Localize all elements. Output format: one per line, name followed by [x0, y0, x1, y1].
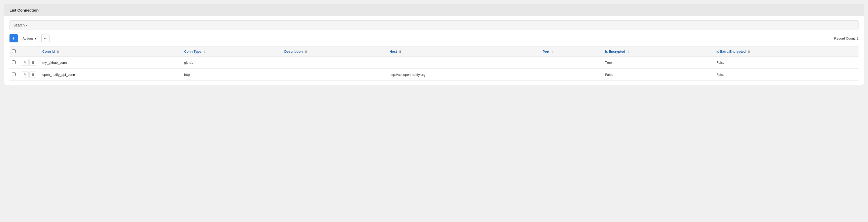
search-chevron-icon: ▾ — [26, 24, 27, 27]
th-checkbox — [9, 47, 19, 57]
page-wrapper: List Connection Search ▾ + Actions ▾ — [0, 4, 868, 222]
add-button[interactable]: + — [9, 34, 18, 43]
sort-is-encrypted-icon[interactable]: ⇅ — [627, 50, 629, 53]
search-dropdown-button[interactable]: Search ▾ — [13, 23, 27, 27]
td-host: http://api.open-notify.org — [386, 68, 540, 81]
th-actions — [19, 47, 39, 57]
row-checkbox-1[interactable] — [12, 73, 16, 76]
back-button[interactable]: ← — [41, 34, 50, 43]
row-actions: ✎ 🗑 — [22, 71, 36, 78]
td-conn-id: open_notify_api_conn — [39, 68, 181, 81]
delete-button[interactable]: 🗑 — [30, 59, 36, 66]
table-header-row: Conn Id ⇅ Conn Type ⇅ Description ⇅ Ho — [9, 47, 859, 57]
sort-conn-id-icon[interactable]: ⇅ — [57, 50, 59, 53]
td-is-encrypted: False — [602, 68, 713, 81]
page-title: List Connection — [9, 8, 38, 12]
td-port — [540, 68, 602, 81]
table-row: ✎ 🗑 open_notify_api_connhttphttp://api.o… — [9, 68, 859, 81]
td-host — [386, 57, 540, 68]
edit-icon: ✎ — [24, 61, 27, 64]
delete-button[interactable]: 🗑 — [30, 71, 36, 78]
edit-button[interactable]: ✎ — [22, 59, 28, 66]
td-conn-id: my_github_conn — [39, 57, 181, 68]
td-is-encrypted: True — [602, 57, 713, 68]
td-description — [281, 57, 386, 68]
td-conn-type: http — [181, 68, 281, 81]
th-description: Description ⇅ — [281, 47, 386, 57]
th-is-encrypted: Is Encrypted ⇅ — [602, 47, 713, 57]
actions-chevron-icon: ▾ — [35, 36, 36, 40]
th-conn-type: Conn Type ⇅ — [181, 47, 281, 57]
td-port — [540, 57, 602, 68]
sort-description-icon[interactable]: ⇅ — [305, 50, 307, 53]
search-label: Search — [13, 23, 25, 27]
main-panel: List Connection Search ▾ + Actions ▾ — [4, 4, 864, 85]
td-is-extra-encrypted: False — [713, 57, 859, 68]
table-row: ✎ 🗑 my_github_conngithubTrueFalse — [9, 57, 859, 68]
actions-label: Actions — [23, 36, 34, 40]
actions-button[interactable]: Actions ▾ — [20, 35, 39, 42]
th-port: Port ⇅ — [540, 47, 602, 57]
td-is-extra-encrypted: False — [713, 68, 859, 81]
add-icon: + — [12, 36, 15, 41]
td-checkbox — [9, 57, 19, 68]
sort-port-icon[interactable]: ⇅ — [551, 50, 554, 53]
sort-host-icon[interactable]: ⇅ — [399, 50, 401, 53]
td-checkbox — [9, 68, 19, 81]
toolbar-left: + Actions ▾ ← — [9, 34, 50, 43]
edit-button[interactable]: ✎ — [22, 71, 28, 78]
td-conn-type: github — [181, 57, 281, 68]
panel-body: Search ▾ + Actions ▾ ← — [4, 16, 864, 85]
trash-icon: 🗑 — [31, 73, 35, 77]
search-bar: Search ▾ — [9, 20, 859, 30]
connections-table: Conn Id ⇅ Conn Type ⇅ Description ⇅ Ho — [9, 47, 859, 81]
td-row-actions: ✎ 🗑 — [19, 68, 39, 81]
td-description — [281, 68, 386, 81]
sort-conn-type-icon[interactable]: ⇅ — [203, 50, 206, 53]
toolbar: + Actions ▾ ← Record Count: 2 — [9, 34, 859, 43]
trash-icon: 🗑 — [31, 61, 35, 64]
row-checkbox-0[interactable] — [12, 60, 16, 64]
edit-icon: ✎ — [24, 73, 27, 77]
td-row-actions: ✎ 🗑 — [19, 57, 39, 68]
select-all-checkbox[interactable] — [12, 49, 16, 53]
row-actions: ✎ 🗑 — [22, 59, 36, 66]
record-count: Record Count: 2 — [834, 36, 859, 40]
th-is-extra-encrypted: Is Extra Encrypted ⇅ — [713, 47, 859, 57]
sort-is-extra-encrypted-icon[interactable]: ⇅ — [748, 50, 750, 53]
th-conn-id: Conn Id ⇅ — [39, 47, 181, 57]
panel-header: List Connection — [4, 4, 864, 16]
th-host: Host ⇅ — [386, 47, 540, 57]
back-icon: ← — [43, 36, 48, 40]
